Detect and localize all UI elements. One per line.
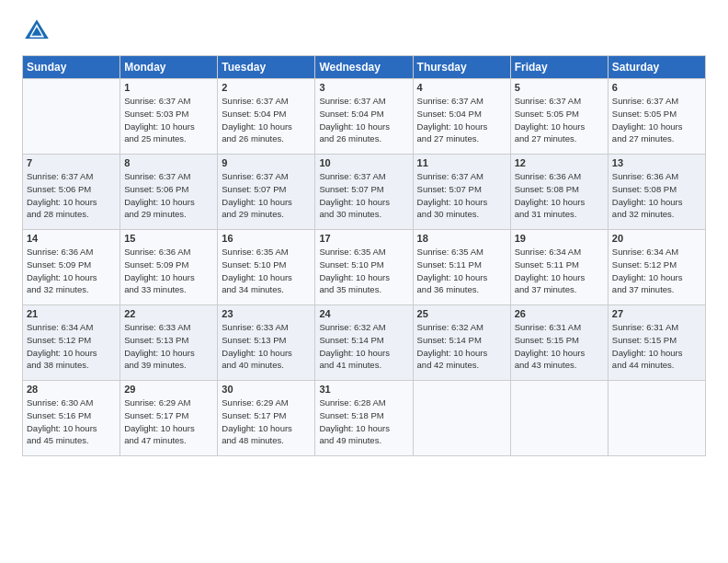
- day-number: 21: [27, 308, 116, 319]
- day-number: 29: [124, 384, 213, 395]
- day-of-week-header: Friday: [510, 56, 608, 79]
- day-number: 11: [417, 157, 506, 168]
- calendar-cell: [23, 79, 120, 155]
- calendar-cell: 18Sunrise: 6:35 AM Sunset: 5:11 PM Dayli…: [413, 230, 510, 305]
- day-number: 18: [417, 233, 506, 244]
- day-number: 19: [515, 233, 604, 244]
- day-info: Sunrise: 6:33 AM Sunset: 5:13 PM Dayligh…: [124, 321, 213, 372]
- calendar-cell: 6Sunrise: 6:37 AM Sunset: 5:05 PM Daylig…: [608, 79, 705, 155]
- calendar-cell: 9Sunrise: 6:37 AM Sunset: 5:07 PM Daylig…: [218, 155, 315, 230]
- calendar-cell: 21Sunrise: 6:34 AM Sunset: 5:12 PM Dayli…: [23, 305, 120, 381]
- day-number: 30: [222, 384, 311, 395]
- day-of-week-header: Thursday: [413, 56, 510, 79]
- day-number: 13: [612, 157, 701, 168]
- calendar-cell: 25Sunrise: 6:32 AM Sunset: 5:14 PM Dayli…: [413, 305, 510, 381]
- day-number: 10: [319, 157, 408, 168]
- day-of-week-header: Monday: [120, 56, 218, 79]
- calendar-cell: 8Sunrise: 6:37 AM Sunset: 5:06 PM Daylig…: [120, 155, 218, 230]
- day-number: 26: [515, 308, 604, 319]
- calendar-cell: 28Sunrise: 6:30 AM Sunset: 5:16 PM Dayli…: [23, 381, 120, 456]
- day-info: Sunrise: 6:37 AM Sunset: 5:04 PM Dayligh…: [319, 95, 408, 145]
- day-info: Sunrise: 6:35 AM Sunset: 5:10 PM Dayligh…: [222, 246, 311, 296]
- calendar-cell: 10Sunrise: 6:37 AM Sunset: 5:07 PM Dayli…: [315, 155, 413, 230]
- day-info: Sunrise: 6:37 AM Sunset: 5:05 PM Dayligh…: [612, 95, 701, 145]
- calendar-cell: 22Sunrise: 6:33 AM Sunset: 5:13 PM Dayli…: [120, 305, 218, 381]
- day-of-week-header: Tuesday: [218, 56, 315, 79]
- day-info: Sunrise: 6:32 AM Sunset: 5:14 PM Dayligh…: [417, 321, 506, 372]
- day-number: 27: [612, 308, 701, 319]
- day-info: Sunrise: 6:37 AM Sunset: 5:04 PM Dayligh…: [222, 95, 311, 145]
- day-info: Sunrise: 6:35 AM Sunset: 5:10 PM Dayligh…: [319, 246, 408, 296]
- calendar-cell: 12Sunrise: 6:36 AM Sunset: 5:08 PM Dayli…: [510, 155, 608, 230]
- calendar-cell: 20Sunrise: 6:34 AM Sunset: 5:12 PM Dayli…: [608, 230, 705, 305]
- calendar-cell: 13Sunrise: 6:36 AM Sunset: 5:08 PM Dayli…: [608, 155, 705, 230]
- calendar-week-row: 28Sunrise: 6:30 AM Sunset: 5:16 PM Dayli…: [23, 381, 706, 456]
- day-info: Sunrise: 6:37 AM Sunset: 5:05 PM Dayligh…: [515, 95, 604, 145]
- day-number: 28: [27, 384, 116, 395]
- calendar-cell: 14Sunrise: 6:36 AM Sunset: 5:09 PM Dayli…: [23, 230, 120, 305]
- calendar-cell: 31Sunrise: 6:28 AM Sunset: 5:18 PM Dayli…: [315, 381, 413, 456]
- calendar-week-row: 1Sunrise: 6:37 AM Sunset: 5:03 PM Daylig…: [23, 79, 706, 155]
- calendar-cell: 26Sunrise: 6:31 AM Sunset: 5:15 PM Dayli…: [510, 305, 608, 381]
- day-info: Sunrise: 6:37 AM Sunset: 5:07 PM Dayligh…: [417, 170, 506, 221]
- calendar-week-row: 7Sunrise: 6:37 AM Sunset: 5:06 PM Daylig…: [23, 155, 706, 230]
- day-info: Sunrise: 6:31 AM Sunset: 5:15 PM Dayligh…: [612, 321, 701, 372]
- calendar-cell: [510, 381, 608, 456]
- day-info: Sunrise: 6:32 AM Sunset: 5:14 PM Dayligh…: [319, 321, 408, 372]
- calendar-cell: 5Sunrise: 6:37 AM Sunset: 5:05 PM Daylig…: [510, 79, 608, 155]
- day-number: 1: [124, 82, 213, 93]
- day-info: Sunrise: 6:33 AM Sunset: 5:13 PM Dayligh…: [222, 321, 311, 372]
- day-info: Sunrise: 6:37 AM Sunset: 5:06 PM Dayligh…: [27, 170, 116, 221]
- day-of-week-header: Sunday: [23, 56, 120, 79]
- day-number: 24: [319, 308, 408, 319]
- header: [22, 17, 706, 46]
- day-number: 7: [27, 157, 116, 168]
- day-info: Sunrise: 6:29 AM Sunset: 5:17 PM Dayligh…: [124, 396, 213, 447]
- page: SundayMondayTuesdayWednesdayThursdayFrid…: [0, 0, 728, 467]
- day-number: 2: [222, 82, 311, 93]
- calendar-cell: 2Sunrise: 6:37 AM Sunset: 5:04 PM Daylig…: [218, 79, 315, 155]
- calendar-cell: 30Sunrise: 6:29 AM Sunset: 5:17 PM Dayli…: [218, 381, 315, 456]
- day-number: 6: [612, 82, 701, 93]
- logo: [22, 17, 57, 46]
- calendar-cell: 23Sunrise: 6:33 AM Sunset: 5:13 PM Dayli…: [218, 305, 315, 381]
- calendar-cell: 7Sunrise: 6:37 AM Sunset: 5:06 PM Daylig…: [23, 155, 120, 230]
- day-number: 16: [222, 233, 311, 244]
- day-number: 9: [222, 157, 311, 168]
- day-info: Sunrise: 6:36 AM Sunset: 5:08 PM Dayligh…: [515, 170, 604, 221]
- day-info: Sunrise: 6:37 AM Sunset: 5:07 PM Dayligh…: [222, 170, 311, 221]
- day-info: Sunrise: 6:36 AM Sunset: 5:09 PM Dayligh…: [124, 246, 213, 296]
- day-info: Sunrise: 6:37 AM Sunset: 5:07 PM Dayligh…: [319, 170, 408, 221]
- calendar-cell: 3Sunrise: 6:37 AM Sunset: 5:04 PM Daylig…: [315, 79, 413, 155]
- day-info: Sunrise: 6:34 AM Sunset: 5:12 PM Dayligh…: [27, 321, 116, 372]
- calendar-cell: [413, 381, 510, 456]
- day-number: 14: [27, 233, 116, 244]
- day-info: Sunrise: 6:36 AM Sunset: 5:08 PM Dayligh…: [612, 170, 701, 221]
- day-info: Sunrise: 6:29 AM Sunset: 5:17 PM Dayligh…: [222, 396, 311, 447]
- calendar-week-row: 14Sunrise: 6:36 AM Sunset: 5:09 PM Dayli…: [23, 230, 706, 305]
- day-number: 25: [417, 308, 506, 319]
- day-number: 31: [319, 384, 408, 395]
- day-info: Sunrise: 6:34 AM Sunset: 5:11 PM Dayligh…: [515, 246, 604, 296]
- day-info: Sunrise: 6:31 AM Sunset: 5:15 PM Dayligh…: [515, 321, 604, 372]
- calendar-cell: 24Sunrise: 6:32 AM Sunset: 5:14 PM Dayli…: [315, 305, 413, 381]
- calendar-cell: 29Sunrise: 6:29 AM Sunset: 5:17 PM Dayli…: [120, 381, 218, 456]
- day-info: Sunrise: 6:37 AM Sunset: 5:06 PM Dayligh…: [124, 170, 213, 221]
- calendar-header-row: SundayMondayTuesdayWednesdayThursdayFrid…: [23, 56, 706, 79]
- day-number: 23: [222, 308, 311, 319]
- calendar-cell: 4Sunrise: 6:37 AM Sunset: 5:04 PM Daylig…: [413, 79, 510, 155]
- day-info: Sunrise: 6:36 AM Sunset: 5:09 PM Dayligh…: [27, 246, 116, 296]
- calendar-cell: 27Sunrise: 6:31 AM Sunset: 5:15 PM Dayli…: [608, 305, 705, 381]
- calendar-table: SundayMondayTuesdayWednesdayThursdayFrid…: [22, 55, 706, 456]
- day-number: 3: [319, 82, 408, 93]
- calendar-cell: 1Sunrise: 6:37 AM Sunset: 5:03 PM Daylig…: [120, 79, 218, 155]
- calendar-cell: 15Sunrise: 6:36 AM Sunset: 5:09 PM Dayli…: [120, 230, 218, 305]
- day-info: Sunrise: 6:37 AM Sunset: 5:04 PM Dayligh…: [417, 95, 506, 145]
- day-info: Sunrise: 6:28 AM Sunset: 5:18 PM Dayligh…: [319, 396, 408, 447]
- calendar-cell: 17Sunrise: 6:35 AM Sunset: 5:10 PM Dayli…: [315, 230, 413, 305]
- day-info: Sunrise: 6:37 AM Sunset: 5:03 PM Dayligh…: [124, 95, 213, 145]
- day-number: 8: [124, 157, 213, 168]
- day-info: Sunrise: 6:35 AM Sunset: 5:11 PM Dayligh…: [417, 246, 506, 296]
- calendar-cell: 11Sunrise: 6:37 AM Sunset: 5:07 PM Dayli…: [413, 155, 510, 230]
- day-number: 17: [319, 233, 408, 244]
